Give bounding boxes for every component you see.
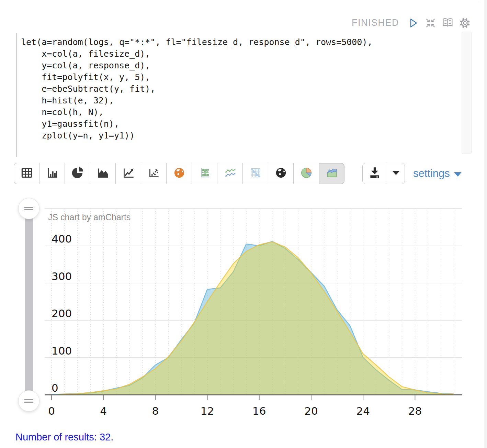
- paragraph-top-border: [0, 1, 479, 1]
- status-badge: FINISHED: [352, 18, 399, 28]
- pie-colored-icon: [299, 166, 314, 181]
- svg-text:4: 4: [100, 405, 107, 417]
- pie-chart-button[interactable]: [65, 163, 90, 184]
- table-button[interactable]: [14, 163, 39, 184]
- caret-down-icon: [389, 166, 403, 181]
- svg-text:28: 28: [408, 405, 422, 417]
- bubble-matrix-icon: [197, 166, 212, 181]
- download-button[interactable]: [362, 163, 387, 184]
- svg-text:0: 0: [48, 405, 55, 417]
- code-editor[interactable]: let(a=random(logs, q="*:*", fl="filesize…: [21, 36, 373, 142]
- globe-dark-icon: [274, 166, 288, 181]
- multi-line-button[interactable]: [217, 163, 243, 184]
- bar-chart-button[interactable]: [39, 163, 65, 184]
- scatter-plot-icon: [147, 166, 161, 181]
- table-icon: [20, 166, 34, 181]
- result-count-text: Number of results: 32.: [15, 432, 113, 443]
- download-caret-button[interactable]: [387, 163, 405, 184]
- area-chart-canvas: 04812162024280100200300400: [0, 203, 487, 429]
- globe-orange-button[interactable]: [166, 163, 192, 184]
- svg-text:400: 400: [52, 233, 72, 245]
- download-button-group: [362, 163, 405, 184]
- globe-orange-icon: [172, 166, 186, 181]
- svg-text:8: 8: [152, 405, 159, 417]
- play-icon[interactable]: [407, 16, 420, 29]
- paragraph-header: FINISHED: [352, 16, 471, 29]
- svg-text:0: 0: [52, 382, 58, 394]
- svg-text:200: 200: [52, 307, 72, 320]
- svg-text:20: 20: [304, 405, 318, 417]
- line-chart-button[interactable]: [115, 163, 141, 184]
- book-icon[interactable]: [441, 16, 454, 29]
- svg-text:12: 12: [201, 405, 214, 417]
- series-area-1: [52, 242, 454, 395]
- globe-dark-button[interactable]: [268, 163, 294, 184]
- settings-link[interactable]: settings: [413, 163, 462, 184]
- area-colored-icon: [325, 166, 339, 181]
- bubble-matrix-button[interactable]: [192, 163, 217, 184]
- svg-text:16: 16: [252, 405, 266, 417]
- area-chart-icon: [96, 166, 110, 181]
- area-chart-svg: 04812162024280100200300400: [0, 203, 487, 429]
- code-editor-scrollbar[interactable]: [462, 32, 472, 154]
- code-editor-left-border: [16, 33, 17, 157]
- chart-type-toolbar: [14, 163, 344, 184]
- pie-colored-button[interactable]: [293, 163, 319, 184]
- heatmap-button[interactable]: [242, 163, 268, 184]
- compress-icon[interactable]: [424, 16, 437, 29]
- settings-caret-icon: [454, 172, 462, 177]
- line-chart-icon: [121, 166, 136, 181]
- svg-text:100: 100: [52, 345, 72, 357]
- area-colored-button[interactable]: [319, 163, 344, 184]
- multi-line-icon: [223, 166, 237, 181]
- area-chart-button[interactable]: [90, 163, 116, 184]
- settings-label: settings: [413, 167, 450, 180]
- svg-text:24: 24: [356, 405, 370, 417]
- heatmap-icon: [248, 166, 263, 181]
- pie-chart-icon: [70, 166, 85, 181]
- download-icon: [367, 166, 382, 181]
- gear-icon[interactable]: [458, 16, 471, 29]
- bar-chart-icon: [45, 166, 59, 181]
- scatter-plot-button[interactable]: [141, 163, 167, 184]
- svg-text:300: 300: [52, 270, 72, 282]
